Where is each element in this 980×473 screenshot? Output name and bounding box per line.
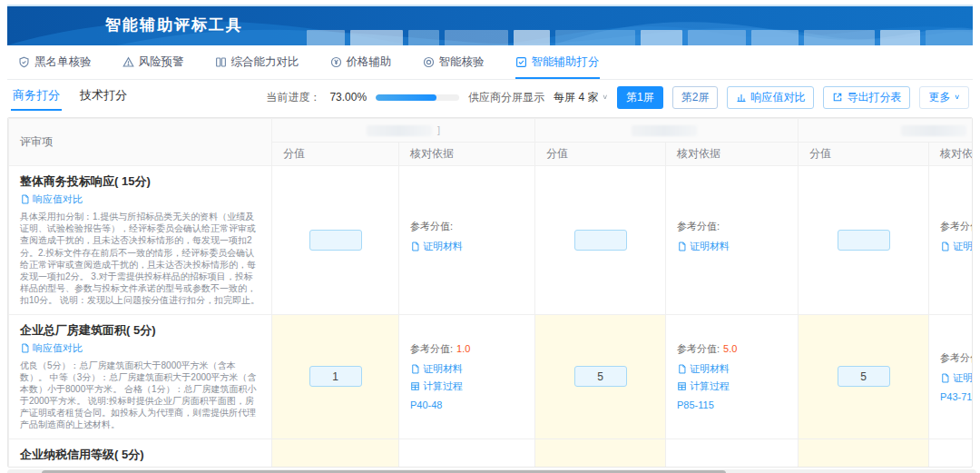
supplier-header-3 <box>799 119 974 143</box>
score-input[interactable] <box>838 366 890 387</box>
doc-icon <box>20 194 30 204</box>
basis-cell: 参考分值:5 证明材料 P43-71 <box>929 314 974 439</box>
score-cell <box>535 314 666 439</box>
tab-label: 智能辅助打分 <box>532 54 600 70</box>
page-reference-link[interactable]: P85-115 <box>677 399 787 410</box>
score-cell <box>535 439 666 468</box>
split-screen-label: 供应商分屏显示 <box>468 90 544 105</box>
tab-ability-compare[interactable]: 综合能力对比 <box>215 45 299 79</box>
calc-process-link[interactable]: 计算过程 <box>410 379 463 393</box>
score-input[interactable] <box>574 366 627 387</box>
response-compare-link[interactable]: 响应值对比 <box>20 341 83 355</box>
tab-label: 智能核验 <box>439 54 485 70</box>
evidence-material-link[interactable]: 证明材料 <box>677 362 730 376</box>
progress-bar <box>376 94 459 101</box>
evidence-material-link[interactable]: 证明材料 <box>410 362 463 376</box>
check-square-icon <box>515 56 527 68</box>
tab-blacklist-check[interactable]: 黑名单核验 <box>18 45 92 79</box>
evidence-material-link[interactable]: 证明材料 <box>677 240 730 253</box>
tab-label: 综合能力对比 <box>231 54 299 70</box>
tab-price-assist[interactable]: 价格辅助 <box>330 45 392 79</box>
tab-risk-warning[interactable]: 风险预警 <box>122 45 184 79</box>
button-label: 导出打分表 <box>847 90 901 105</box>
calc-icon <box>677 381 687 391</box>
scoring-table: 评审项 ] 分值 核对依据 分值 核对依据 分值 核对依据 <box>8 118 973 468</box>
criteria-title: 企业纳税信用等级( 5分) <box>20 447 260 463</box>
score-cell <box>799 166 929 315</box>
score-cell <box>272 166 399 315</box>
score-input[interactable] <box>574 230 627 251</box>
tab-smart-scoring[interactable]: 智能辅助打分 <box>515 45 600 79</box>
screen2-button[interactable]: 第2屏 <box>672 86 719 109</box>
score-cell <box>272 439 399 468</box>
more-button[interactable]: 更多 ∨ <box>919 86 969 109</box>
basis-cell: 参考分值: 证明材料 <box>929 166 974 315</box>
score-cell <box>799 439 929 468</box>
redacted-supplier-name <box>367 125 432 136</box>
toolbar-controls: 当前进度： 73.00% 供应商分屏显示 每屏 4 家 ∨ 第1屏 第2屏 响应… <box>266 86 969 109</box>
column-header-basis: 核对依据 <box>929 143 974 166</box>
chevron-down-icon: ∨ <box>954 94 960 101</box>
doc-icon <box>677 241 687 251</box>
bar-chart-icon <box>736 92 747 103</box>
score-cell <box>535 166 666 315</box>
tab-label: 价格辅助 <box>347 54 392 70</box>
column-header-item: 评审项 <box>9 119 272 166</box>
progress-label: 当前进度： <box>266 90 320 105</box>
score-cell <box>799 314 929 439</box>
tab-label: 风险预警 <box>139 54 184 70</box>
app-banner: 智能辅助评标工具 <box>7 5 973 45</box>
calc-icon <box>410 381 420 391</box>
column-header-score: 分值 <box>535 143 666 166</box>
redacted-supplier-name <box>901 125 966 136</box>
criteria-title: 整体商务投标响应( 15分) <box>20 173 260 190</box>
page-reference-link[interactable]: P40-48 <box>410 399 524 410</box>
ref-score-label: 参考分值: <box>410 343 453 354</box>
response-compare-button[interactable]: 响应值对比 <box>727 86 814 109</box>
basis-cell: 参考分值:4.0 证明材料 计算过程 信息验真 P53-54 <box>399 439 535 468</box>
tab-smart-verify[interactable]: 智能核验 <box>423 45 485 79</box>
tab-technical-scoring[interactable]: 技术打分 <box>78 84 129 111</box>
evidence-material-link[interactable]: 证明材料 <box>940 240 973 253</box>
response-compare-link[interactable]: 响应值对比 <box>20 192 83 206</box>
score-input[interactable] <box>309 366 362 387</box>
column-header-basis: 核对依据 <box>666 143 799 166</box>
evidence-material-link[interactable]: 证明材料 <box>940 371 973 385</box>
basis-cell: 参考分值:5.0 证明材料 计算过程 信息验真 P129-134 <box>666 439 799 468</box>
score-input[interactable] <box>309 230 362 251</box>
calc-process-link[interactable]: 计算过程 <box>677 379 730 393</box>
doc-icon <box>410 364 420 374</box>
basis-cell: 参考分值: 证明材料 <box>399 166 535 315</box>
screen1-button[interactable]: 第1屏 <box>617 86 663 109</box>
ref-score-label: 参考分值: <box>410 221 453 232</box>
alert-icon <box>122 56 134 68</box>
criteria-row: 整体商务投标响应( 15分) 响应值对比 具体采用扣分制：1.提供与所招标品类无… <box>9 166 974 315</box>
target-icon <box>423 56 435 68</box>
export-icon <box>832 92 843 103</box>
shield-icon <box>18 56 30 68</box>
criteria-description: 具体采用扣分制：1.提供与所招标品类无关的资料（业绩及证明、试验检验报告等），经… <box>20 211 260 307</box>
export-score-button[interactable]: 导出打分表 <box>823 86 910 109</box>
column-header-score: 分值 <box>799 143 929 166</box>
supplier-header-2 <box>535 119 799 143</box>
page-reference-link[interactable]: P43-71 <box>940 391 973 402</box>
criteria-title: 企业总厂房建筑面积( 5分) <box>20 322 260 339</box>
redacted-supplier-name <box>632 125 697 136</box>
columns-icon <box>215 56 227 68</box>
response-compare-link[interactable]: 响应值对比 <box>20 466 83 468</box>
button-label: 更多 <box>928 90 950 105</box>
basis-cell: 参考分值: 证明材料 <box>666 166 799 315</box>
ref-score-label: 参考分值: <box>677 343 720 354</box>
score-input[interactable] <box>838 230 890 251</box>
bid-evaluation-app: 智能辅助评标工具 黑名单核验 风险预警 综合能力对比 价格辅助 智能核验 智能辅 <box>0 5 980 473</box>
per-screen-select[interactable]: 每屏 4 家 ∨ <box>554 90 608 105</box>
evidence-material-link[interactable]: 证明材料 <box>410 240 463 253</box>
column-header-score: 分值 <box>272 143 399 166</box>
criteria-description: 优良（5分）：总厂房建筑面积大于8000平方米（含本数）。 中等（3分）：总厂房… <box>20 360 260 431</box>
per-screen-value: 每屏 4 家 <box>554 90 598 105</box>
horizontal-scrollbar[interactable] <box>7 469 976 473</box>
basis-cell: 参考分值:5.0 证明材料 计算过程 P85-115 <box>666 314 799 439</box>
scoring-toolbar: 商务打分 技术打分 当前进度： 73.00% 供应商分屏显示 每屏 4 家 ∨ … <box>7 83 973 112</box>
column-header-basis: 核对依据 <box>399 143 535 166</box>
tab-business-scoring[interactable]: 商务打分 <box>11 84 62 111</box>
